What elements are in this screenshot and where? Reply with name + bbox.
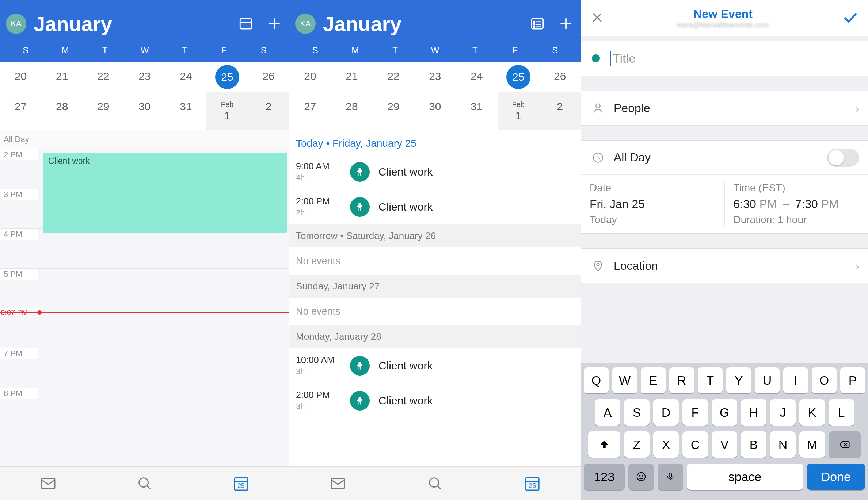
calendar-color-dot — [592, 54, 600, 62]
key-q[interactable]: Q — [584, 367, 609, 393]
key-u[interactable]: U — [755, 367, 780, 393]
key-v[interactable]: V — [712, 431, 737, 458]
date-cell[interactable]: 24 — [456, 62, 498, 92]
key-o[interactable]: O — [812, 367, 837, 393]
key-x[interactable]: X — [653, 431, 679, 458]
search-tab-icon[interactable] — [424, 473, 446, 495]
agenda-event[interactable]: 2:00 PM2hClient work — [289, 189, 581, 224]
emoji-key[interactable] — [628, 464, 654, 490]
date-cell[interactable]: 31 — [456, 92, 498, 130]
day-view-toggle-icon[interactable] — [237, 15, 255, 33]
key-e[interactable]: E — [641, 367, 666, 393]
key-h[interactable]: H — [741, 399, 766, 426]
avatar[interactable]: KA — [295, 14, 316, 34]
calendar-tab-icon[interactable]: 25 — [521, 473, 543, 495]
title-input-row[interactable]: Title — [581, 41, 868, 76]
add-event-icon[interactable] — [557, 15, 575, 33]
date-cell[interactable]: 25 — [206, 62, 248, 92]
all-day-row[interactable]: All Day — [581, 141, 868, 175]
key-n[interactable]: N — [770, 431, 796, 458]
event-block[interactable]: Client work — [43, 153, 287, 233]
agenda-event[interactable]: 10:00 AM3hClient work — [289, 348, 581, 383]
date-cell[interactable]: 31 — [165, 92, 206, 130]
date-cell[interactable]: 30 — [414, 92, 456, 130]
date-cell[interactable]: 25 — [498, 62, 539, 92]
date-cell[interactable]: 20 — [289, 62, 331, 92]
agenda-event[interactable]: 2:00 PM3hClient work — [289, 383, 581, 418]
mic-key[interactable] — [658, 464, 683, 490]
key-s[interactable]: S — [624, 399, 650, 426]
key-w[interactable]: W — [612, 367, 637, 393]
backspace-key[interactable] — [829, 431, 861, 458]
header: KA January SMTWTFS — [289, 0, 581, 62]
numbers-key[interactable]: 123 — [584, 464, 625, 490]
space-key[interactable]: space — [687, 464, 803, 490]
all-day-toggle[interactable] — [827, 149, 859, 167]
avatar[interactable]: KA — [6, 14, 26, 34]
done-key[interactable]: Done — [807, 464, 865, 490]
add-event-icon[interactable] — [265, 15, 283, 33]
date-cell[interactable]: 23 — [124, 62, 165, 92]
shift-key[interactable] — [588, 431, 620, 458]
agenda-view-toggle-icon[interactable] — [528, 15, 547, 33]
hour-label: 3 PM — [0, 189, 38, 200]
key-z[interactable]: Z — [624, 431, 650, 458]
date-cell[interactable]: 28 — [331, 92, 373, 130]
date-cell[interactable]: 27 — [289, 92, 331, 130]
date-cell[interactable]: 21 — [331, 62, 373, 92]
date-cell[interactable]: 20 — [0, 62, 41, 92]
date-cell[interactable]: 26 — [248, 62, 289, 92]
agenda-list[interactable]: Today • Friday, January 259:00 AM4hClien… — [289, 130, 581, 466]
key-y[interactable]: Y — [726, 367, 751, 393]
confirm-icon[interactable] — [842, 9, 859, 27]
key-g[interactable]: G — [712, 399, 737, 426]
agenda-panel: KA January SMTWTFS 202122232425262728293… — [289, 0, 581, 500]
key-l[interactable]: L — [829, 399, 854, 426]
day-timeline[interactable]: Client work 2 PM3 PM4 PM5 PM7 PM8 PM6:07… — [0, 149, 289, 466]
mail-tab-icon[interactable] — [327, 473, 349, 495]
key-k[interactable]: K — [799, 399, 825, 426]
date-cell[interactable]: Feb1 — [206, 92, 248, 130]
agenda-section-header: Sunday, January 27 — [289, 275, 581, 298]
date-cell[interactable]: 27 — [0, 92, 41, 130]
hour-label: 2 PM — [0, 149, 38, 160]
date-cell[interactable]: 23 — [414, 62, 456, 92]
date-cell[interactable]: 28 — [41, 92, 83, 130]
key-j[interactable]: J — [770, 399, 796, 426]
key-d[interactable]: D — [653, 399, 679, 426]
weekday-label: T — [375, 45, 415, 55]
key-a[interactable]: A — [595, 399, 620, 426]
key-p[interactable]: P — [840, 367, 865, 393]
key-m[interactable]: M — [799, 431, 825, 458]
date-cell[interactable]: 22 — [83, 62, 124, 92]
weekday-label: W — [415, 45, 455, 55]
key-t[interactable]: T — [698, 367, 723, 393]
close-icon[interactable] — [590, 11, 604, 26]
date-cell[interactable]: 21 — [41, 62, 83, 92]
calendar-tab-icon[interactable]: 25 — [230, 473, 252, 495]
date-time-row[interactable]: Date Fri, Jan 25 Today Time (EST) 6:30 P… — [581, 175, 868, 233]
date-cell[interactable]: 24 — [165, 62, 206, 92]
date-cell[interactable]: 26 — [539, 62, 581, 92]
keyboard[interactable]: QWERTYUIOPASDFGHJKLZXCVBNM123spaceDone — [581, 363, 868, 500]
location-row[interactable]: Location › — [581, 249, 868, 283]
date-cell[interactable]: 2 — [539, 92, 581, 130]
key-r[interactable]: R — [669, 367, 694, 393]
search-tab-icon[interactable] — [134, 473, 156, 495]
date-cell[interactable]: 2 — [248, 92, 289, 130]
date-cell[interactable]: 30 — [124, 92, 165, 130]
svg-point-15 — [534, 26, 535, 28]
mail-tab-icon[interactable] — [37, 473, 59, 495]
key-f[interactable]: F — [682, 399, 708, 426]
key-c[interactable]: C — [682, 431, 708, 458]
date-cell[interactable]: 29 — [373, 92, 414, 130]
weekday-row: SMTWTFS — [6, 40, 283, 62]
date-cell[interactable]: Feb1 — [498, 92, 539, 130]
date-cell[interactable]: 22 — [373, 62, 414, 92]
svg-point-29 — [597, 264, 599, 266]
agenda-event[interactable]: 9:00 AM4hClient work — [289, 154, 581, 189]
people-row[interactable]: People › — [581, 91, 868, 125]
key-i[interactable]: I — [783, 367, 808, 393]
key-b[interactable]: B — [741, 431, 766, 458]
date-cell[interactable]: 29 — [83, 92, 124, 130]
